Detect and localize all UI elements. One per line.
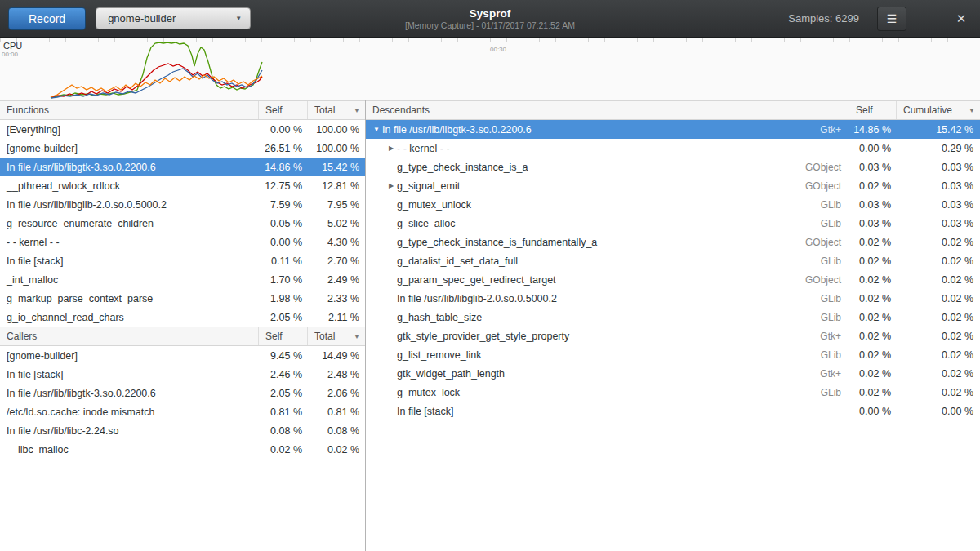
self-value: 0.03 % bbox=[849, 218, 897, 229]
table-row[interactable]: - - kernel - -0.00 %4.30 % bbox=[0, 233, 365, 251]
cumulative-value: 0.02 % bbox=[897, 312, 980, 323]
total-value: 0.08 % bbox=[308, 425, 365, 437]
close-button[interactable]: ✕ bbox=[951, 11, 972, 26]
tree-row[interactable]: g_type_check_instance_is_aGObject0.03 %0… bbox=[366, 158, 980, 176]
function-name: g_mutex_unlock bbox=[397, 199, 821, 211]
total-value: 2.33 % bbox=[308, 293, 365, 304]
descendants-table-body: ▼In file /usr/lib/libgtk-3.so.0.2200.6Gt… bbox=[366, 120, 980, 420]
tree-row[interactable]: g_mutex_lockGLib0.02 %0.02 % bbox=[366, 383, 980, 402]
minimize-button[interactable]: – bbox=[918, 11, 939, 25]
tree-row[interactable]: ▼In file /usr/lib/libgtk-3.so.0.2200.6Gt… bbox=[366, 120, 980, 139]
menu-button[interactable]: ☰ bbox=[877, 7, 906, 31]
tree-row[interactable]: g_type_check_instance_is_fundamentally_a… bbox=[366, 233, 980, 251]
self-column-header[interactable]: Self bbox=[849, 101, 897, 119]
function-name: In file /usr/lib/libgtk-3.so.0.2200.6 bbox=[382, 124, 820, 136]
table-row[interactable]: __pthread_rwlock_rdlock12.75 %12.81 % bbox=[0, 176, 365, 195]
tree-row[interactable]: g_datalist_id_set_data_fullGLib0.02 %0.0… bbox=[366, 251, 980, 270]
tree-row[interactable]: gtk_style_provider_get_style_propertyGtk… bbox=[366, 327, 980, 345]
cumulative-column-header[interactable]: Cumulative ▼ bbox=[897, 101, 980, 119]
right-pane: Descendants Self Cumulative ▼ ▼In file /… bbox=[366, 100, 980, 551]
function-name: g_datalist_id_set_data_full bbox=[397, 256, 821, 267]
function-name: g_resource_enumerate_children bbox=[0, 218, 259, 229]
table-row[interactable]: g_resource_enumerate_children0.05 %5.02 … bbox=[0, 214, 365, 233]
library-category-label: GLib bbox=[821, 218, 849, 229]
tree-row[interactable]: g_param_spec_get_redirect_targetGObject0… bbox=[366, 270, 980, 289]
table-row[interactable]: In file /usr/lib/libc-2.24.so0.08 %0.08 … bbox=[0, 421, 365, 440]
descendants-column-header[interactable]: Descendants bbox=[366, 101, 849, 119]
self-value: 26.51 % bbox=[259, 143, 308, 154]
cumulative-value: 0.00 % bbox=[897, 406, 980, 417]
cpu-graph-panel[interactable]: CPU 00:00 00:30 bbox=[0, 38, 980, 100]
table-row[interactable]: In file [stack]0.11 %2.70 % bbox=[0, 251, 365, 270]
tree-row[interactable]: ▶g_signal_emitGObject0.02 %0.03 % bbox=[366, 176, 980, 195]
self-value: 0.00 % bbox=[259, 237, 308, 248]
record-button[interactable]: Record bbox=[8, 7, 86, 30]
self-value: 0.02 % bbox=[849, 293, 897, 304]
table-row[interactable]: /etc/ld.so.cache: inode mismatch0.81 %0.… bbox=[0, 402, 365, 421]
function-name: gtk_widget_path_length bbox=[397, 368, 820, 380]
total-column-header[interactable]: Total ▼ bbox=[308, 101, 365, 119]
self-column-header[interactable]: Self bbox=[259, 327, 308, 345]
tree-row[interactable]: ▶- - kernel - -0.00 %0.29 % bbox=[366, 139, 980, 158]
table-row[interactable]: In file /usr/lib/libglib-2.0.so.0.5000.2… bbox=[0, 195, 365, 214]
table-row[interactable]: g_io_channel_read_chars2.05 %2.11 % bbox=[0, 308, 365, 327]
window-title: Sysprof bbox=[470, 7, 510, 21]
tree-row[interactable]: g_list_remove_linkGLib0.02 %0.02 % bbox=[366, 345, 980, 364]
table-row[interactable]: _int_malloc1.70 %2.49 % bbox=[0, 270, 365, 289]
tree-row[interactable]: g_slice_allocGLib0.03 %0.03 % bbox=[366, 214, 980, 233]
table-row[interactable]: g_markup_parse_context_parse1.98 %2.33 % bbox=[0, 289, 365, 308]
tree-row[interactable]: g_hash_table_sizeGLib0.02 %0.02 % bbox=[366, 308, 980, 327]
tree-row[interactable]: In file [stack]0.00 %0.00 % bbox=[366, 402, 980, 420]
total-value: 0.02 % bbox=[308, 444, 365, 455]
table-row[interactable]: __libc_malloc0.02 %0.02 % bbox=[0, 440, 365, 459]
self-value: 2.05 % bbox=[259, 312, 308, 323]
function-name: In file [stack] bbox=[0, 369, 259, 380]
self-value: 0.02 % bbox=[259, 444, 308, 455]
function-name: g_type_check_instance_is_fundamentally_a bbox=[397, 237, 805, 248]
tree-row[interactable]: gtk_widget_path_lengthGtk+0.02 %0.02 % bbox=[366, 364, 980, 383]
callers-column-header[interactable]: Callers bbox=[0, 327, 259, 345]
tree-row[interactable]: In file /usr/lib/libglib-2.0.so.0.5000.2… bbox=[366, 289, 980, 308]
cumulative-value: 0.02 % bbox=[897, 349, 980, 361]
function-name: In file /usr/lib/libgtk-3.so.0.2200.6 bbox=[0, 162, 259, 173]
cumulative-value: 15.42 % bbox=[897, 124, 980, 136]
table-row[interactable]: In file /usr/lib/libgtk-3.so.0.2200.62.0… bbox=[0, 384, 365, 402]
table-row[interactable]: In file /usr/lib/libgtk-3.so.0.2200.614.… bbox=[0, 158, 365, 176]
function-name: /etc/ld.so.cache: inode mismatch bbox=[0, 407, 259, 418]
self-value: 0.11 % bbox=[259, 256, 308, 267]
table-row[interactable]: [gnome-builder]9.45 %14.49 % bbox=[0, 346, 365, 365]
expander-closed-icon[interactable]: ▶ bbox=[385, 182, 397, 189]
table-row[interactable]: [gnome-builder]26.51 %100.00 % bbox=[0, 139, 365, 158]
library-category-label: Gtk+ bbox=[820, 368, 849, 380]
total-value: 14.49 % bbox=[308, 350, 365, 362]
function-name: g_list_remove_link bbox=[397, 349, 821, 361]
self-value: 1.70 % bbox=[259, 274, 308, 286]
header-bar: Record gnome-builder ▼ Sysprof [Memory C… bbox=[0, 0, 980, 38]
total-column-header[interactable]: Total ▼ bbox=[308, 327, 365, 345]
function-name: [gnome-builder] bbox=[0, 143, 259, 154]
function-name: In file /usr/lib/libglib-2.0.so.0.5000.2 bbox=[397, 293, 821, 304]
expander-closed-icon[interactable]: ▶ bbox=[385, 144, 397, 152]
cumulative-value: 0.02 % bbox=[897, 293, 980, 304]
table-row[interactable]: [Everything]0.00 %100.00 % bbox=[0, 120, 365, 139]
functions-column-header[interactable]: Functions bbox=[0, 101, 259, 119]
total-value: 2.70 % bbox=[308, 256, 365, 267]
process-selector-dropdown[interactable]: gnome-builder ▼ bbox=[96, 7, 251, 29]
function-name: In file /usr/lib/libgtk-3.so.0.2200.6 bbox=[0, 388, 259, 399]
function-name: _int_malloc bbox=[0, 274, 259, 286]
total-value: 12.81 % bbox=[308, 180, 365, 192]
cumulative-value: 0.29 % bbox=[897, 143, 980, 154]
function-name: g_slice_alloc bbox=[397, 218, 821, 229]
cumulative-value: 0.03 % bbox=[897, 218, 980, 229]
total-value: 2.06 % bbox=[308, 388, 365, 399]
function-name: g_io_channel_read_chars bbox=[0, 312, 259, 323]
self-value: 2.05 % bbox=[259, 388, 308, 399]
total-value: 0.81 % bbox=[308, 407, 365, 418]
table-row[interactable]: In file [stack]2.46 %2.48 % bbox=[0, 365, 365, 384]
library-category-label: GObject bbox=[805, 162, 849, 173]
total-value: 2.48 % bbox=[308, 369, 365, 380]
tree-row[interactable]: g_mutex_unlockGLib0.03 %0.03 % bbox=[366, 195, 980, 214]
expander-open-icon[interactable]: ▼ bbox=[371, 126, 382, 133]
function-name: In file /usr/lib/libc-2.24.so bbox=[0, 425, 259, 437]
self-column-header[interactable]: Self bbox=[259, 101, 308, 119]
